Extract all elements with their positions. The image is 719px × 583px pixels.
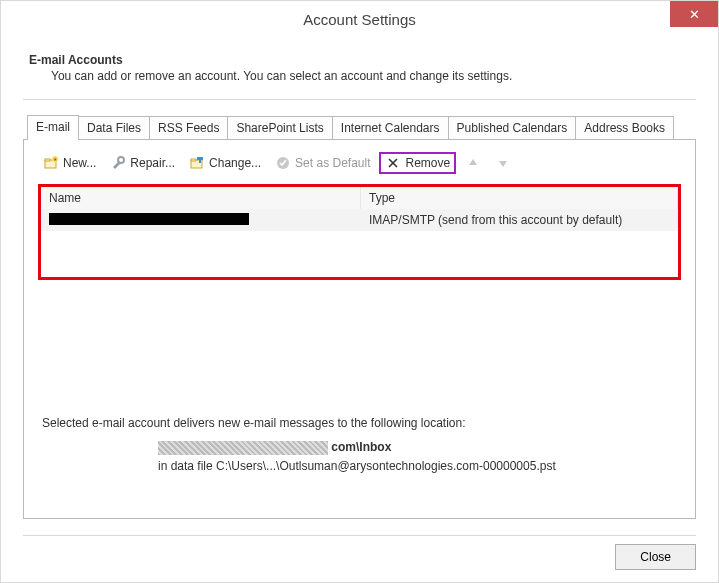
tab-sharepoint-lists[interactable]: SharePoint Lists — [227, 116, 332, 139]
remove-account-button[interactable]: Remove — [379, 152, 456, 174]
delivery-data-file: in data file C:\Users\...\Outlsuman@arys… — [158, 459, 681, 473]
move-up-button — [460, 152, 486, 174]
col-header-name[interactable]: Name — [41, 187, 361, 209]
tab-internet-calendars[interactable]: Internet Calendars — [332, 116, 449, 139]
window-title: Account Settings — [303, 11, 416, 28]
close-button[interactable]: Close — [615, 544, 696, 570]
dialog-footer: Close — [615, 544, 696, 570]
account-type-cell: IMAP/SMTP (send from this account by def… — [361, 210, 678, 230]
new-icon: ★ — [43, 155, 59, 171]
redacted-location-prefix — [158, 441, 328, 455]
window-close-button[interactable]: ✕ — [670, 1, 718, 27]
accounts-toolbar: ★ New... Repair... Change... — [38, 152, 681, 174]
tab-email[interactable]: E-mail — [27, 115, 79, 140]
change-account-button[interactable]: Change... — [184, 152, 266, 174]
svg-rect-1 — [45, 159, 50, 161]
section-subtext: You can add or remove an account. You ca… — [51, 69, 696, 83]
delivery-location: com\Inbox in data file C:\Users\...\Outl… — [158, 440, 681, 473]
tab-published-calendars[interactable]: Published Calendars — [448, 116, 577, 139]
move-down-button — [490, 152, 516, 174]
accounts-list[interactable]: Name Type IMAP/SMTP (send from this acco… — [38, 184, 681, 280]
content-area: E-mail Accounts You can add or remove an… — [1, 37, 718, 519]
change-icon — [189, 155, 205, 171]
set-default-button: Set as Default — [270, 152, 375, 174]
section-heading: E-mail Accounts — [29, 53, 696, 67]
redacted-account-name — [49, 213, 249, 225]
repair-icon — [110, 155, 126, 171]
tab-address-books[interactable]: Address Books — [575, 116, 674, 139]
svg-rect-6 — [191, 159, 196, 161]
tabstrip: E-mail Data Files RSS Feeds SharePoint L… — [27, 114, 696, 139]
account-settings-dialog: Account Settings ✕ E-mail Accounts You c… — [0, 0, 719, 583]
list-empty-space — [41, 231, 678, 277]
divider — [23, 99, 696, 100]
delivery-intro: Selected e-mail account delivers new e-m… — [42, 416, 681, 430]
repair-account-button[interactable]: Repair... — [105, 152, 180, 174]
footer-divider — [23, 535, 696, 536]
account-row[interactable]: IMAP/SMTP (send from this account by def… — [41, 209, 678, 231]
col-header-type[interactable]: Type — [361, 187, 678, 209]
account-name-cell — [41, 210, 361, 231]
delivery-folder-suffix: com\Inbox — [331, 440, 391, 454]
close-icon: ✕ — [689, 7, 700, 22]
arrow-down-icon — [495, 155, 511, 171]
tab-panel-email: ★ New... Repair... Change... — [23, 139, 696, 519]
list-header: Name Type — [41, 187, 678, 209]
new-label: New... — [63, 156, 96, 170]
tab-rss-feeds[interactable]: RSS Feeds — [149, 116, 228, 139]
remove-icon — [385, 155, 401, 171]
remove-label: Remove — [405, 156, 450, 170]
titlebar: Account Settings ✕ — [1, 1, 718, 37]
repair-label: Repair... — [130, 156, 175, 170]
check-circle-icon — [275, 155, 291, 171]
tab-data-files[interactable]: Data Files — [78, 116, 150, 139]
svg-point-4 — [118, 157, 124, 163]
set-default-label: Set as Default — [295, 156, 370, 170]
new-account-button[interactable]: ★ New... — [38, 152, 101, 174]
arrow-up-icon — [465, 155, 481, 171]
change-label: Change... — [209, 156, 261, 170]
